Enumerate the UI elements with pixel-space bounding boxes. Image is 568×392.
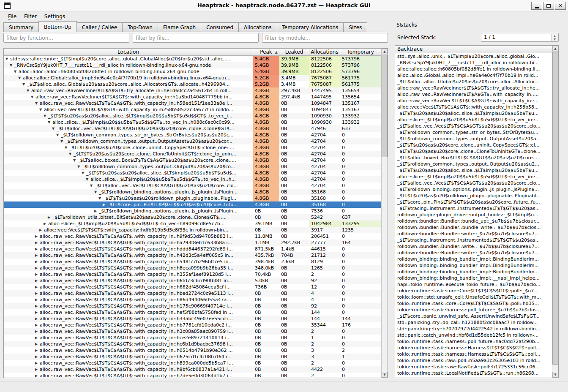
backtrace-frame[interactable]: tokio::runtime::task::harness::poll_futu… [395,338,552,345]
scrollbar-thumb[interactable] [552,52,558,365]
table-row[interactable]: ▼alloc::slice::_$LT$impl$u20$$u5b$T$u5d$… [4,119,381,125]
table-scrollbar[interactable]: ▲ ▼ [381,49,388,378]
expand-arrow-icon[interactable]: ▶ [35,309,40,316]
expand-arrow-icon[interactable]: ▶ [35,278,40,284]
expand-arrow-icon[interactable]: ▶ [35,252,40,259]
backtrace-frame[interactable]: tokio::loom::std::unsafe_cell::UnsafeCel… [395,294,552,300]
expand-arrow-icon[interactable]: ▶ [35,328,40,335]
expand-arrow-icon[interactable]: ▶ [39,227,44,233]
table-row[interactable]: ▼std::sys::alloc::unix::_$LT$impl$u20$co… [4,56,381,62]
table-row[interactable]: ▼alloc::alloc::alloc::h60805bf082d8ffe1 … [4,68,381,75]
backtrace-frame[interactable]: tokio::runtime::task::core::Core$LT$T$C$… [395,300,552,307]
backtrace-frame[interactable]: tokio::runtime::task::core::Core$LT$T$C$… [395,288,552,294]
collapse-arrow-icon[interactable]: ▼ [86,176,90,182]
expand-arrow-icon[interactable]: ▶ [44,220,48,227]
backtrace-frame[interactable]: rolldown_binding::binding_bundler_impl::… [395,262,552,269]
collapse-arrow-icon[interactable]: ▼ [69,151,74,157]
backtrace-frame[interactable]: rolldown_binding::binding_bundler_impl::… [395,256,552,262]
collapse-arrow-icon[interactable]: ▼ [56,132,61,138]
backtrace-frame[interactable]: std::panicking::try::do_call::h121880f2d… [395,319,552,326]
table-row[interactable]: ▼alloc::raw_vec::RawVecInner$LT$A$GT$::t… [4,87,381,94]
collapse-arrow-icon[interactable]: ▼ [73,157,78,163]
collapse-arrow-icon[interactable]: ▼ [14,68,19,75]
table-row[interactable]: ▼alloc::raw_vec::RawVec$LT$T$C$A$GT$::wi… [4,100,381,106]
backtrace-frame[interactable]: _$LT$T$u20$as$u20$rolldown_plugin..plugi… [395,193,552,199]
table-row[interactable]: ▼alloc::raw_vec::RawVecInner$LT$A$GT$::w… [4,94,381,100]
backtrace-frame[interactable]: std::sys::alloc::unix::_$LT$impl$u20$cor… [395,53,552,60]
backtrace-scrollbar[interactable]: ▲ ▼ [552,46,558,378]
minimize-button[interactable] [531,2,542,10]
backtrace-frame[interactable]: _RNvCscSpY9Juk0HT_7___rustc11___rdl_allo… [395,60,552,66]
table-row[interactable]: ▼_$LT$rolldown_binding..options..plugin.… [4,189,381,195]
table-row[interactable]: ▶alloc::raw_vec::RawVec$LT$T$C$A$GT$::wi… [4,373,381,378]
expand-arrow-icon[interactable]: ▶ [48,214,52,220]
table-row[interactable]: ▶alloc::raw_vec::RawVec$LT$T$C$A$GT$::wi… [4,341,381,347]
spin-up-button[interactable]: ▲ [552,34,558,38]
backtrace-frame[interactable]: _$LT$T$u20$as$u20$core..clone..CloneToUn… [395,148,552,155]
backtrace-frame[interactable]: _$LT$tracing..instrument..Instrumented$L… [395,237,552,243]
backtrace-frame[interactable]: alloc::raw_vec::RawVecInner$LT$A$GT$::tr… [395,85,552,91]
table-row[interactable]: ▼_$LT$rolldown_common..types..str_or_byt… [4,132,381,138]
collapse-arrow-icon[interactable]: ▼ [94,189,99,195]
table-row[interactable]: ▶alloc::raw_vec::RawVec$LT$T$C$A$GT$::wi… [4,271,381,278]
backtrace-frame[interactable]: alloc::raw_vec::RawVecInner$LT$A$GT$::wi… [395,91,552,98]
expand-arrow-icon[interactable]: ▶ [35,284,40,290]
backtrace-frame[interactable]: _$LT$rolldown_common..types..output..Out… [395,136,552,142]
table-row[interactable]: ▼_$LT$alloc..vec..Vec$LT$T$C$A$GT$$u20$a… [4,125,381,132]
table-row[interactable]: ▶alloc::vec::Vec$LT$T$GT$::with_capacity… [4,227,381,233]
backtrace-frame[interactable]: _$LT$alloc..vec..Vec$LT$T$C$A$GT$$u20$as… [395,180,552,186]
scroll-up-button[interactable]: ▲ [382,49,388,54]
column-header-peak[interactable]: Peak▲ [253,49,279,55]
table-row[interactable]: ▼_$LT$alloc..alloc..Global$u20$as$u20$co… [4,81,381,87]
expand-arrow-icon[interactable]: ▶ [35,341,40,347]
table-row[interactable]: ▼alloc::slice::_$LT$impl$u20$$u5b$T$u5d$… [4,176,381,182]
backtrace-frame[interactable]: rolldown_binding::binding_bundler_impl::… [395,275,552,281]
table-row[interactable]: ▶alloc::raw_vec::RawVec$LT$T$C$A$GT$::wi… [4,328,381,335]
maximize-button[interactable] [543,2,554,10]
expand-arrow-icon[interactable]: ▶ [35,360,40,366]
table-row[interactable]: ▶alloc::raw_vec::RawVec$LT$T$C$A$GT$::wi… [4,259,381,265]
expand-arrow-icon[interactable]: ▶ [35,354,40,360]
backtrace-frame[interactable]: alloc::raw_vec::RawVec$LT$T$C$A$GT$::wit… [395,98,552,104]
collapse-arrow-icon[interactable]: ▼ [90,182,95,189]
table-row[interactable]: ▶alloc::raw_vec::RawVec$LT$T$C$A$GT$::wi… [4,347,381,354]
scroll-down-button[interactable]: ▼ [552,372,558,378]
collapse-arrow-icon[interactable]: ▼ [44,113,48,119]
tab-top-down[interactable]: Top-Down [122,22,158,32]
table-row[interactable]: ▶_$LT$rolldown_binding..options..plugin.… [4,208,381,214]
expand-arrow-icon[interactable]: ▶ [35,290,40,297]
table-row[interactable]: ▶alloc::raw_vec::RawVec$LT$T$C$A$GT$::wi… [4,278,381,284]
expand-arrow-icon[interactable]: ▶ [35,271,40,278]
collapse-arrow-icon[interactable]: ▼ [35,100,40,106]
filter-by-function-input[interactable] [3,33,129,43]
tab-bottom-up[interactable]: Bottom-Up [38,21,77,32]
backtrace-frame[interactable]: std::panicking::try::h70707972d4422542 i… [395,326,552,332]
table-row[interactable]: ▼alloc::alloc::Global::alloc_impl::he6a4… [4,75,381,81]
backtrace-frame[interactable]: napi::tokio_runtime::execute_tokio_futur… [395,281,552,288]
expand-arrow-icon[interactable]: ▶ [35,246,40,252]
table-row[interactable]: ▶alloc::raw_vec::RawVec$LT$T$C$A$GT$::wi… [4,233,381,240]
column-header-allocations[interactable]: Allocations [309,49,340,55]
table-row[interactable]: ▶_$LT$rolldown_utils..bitset..BitSet$u20… [4,214,381,220]
expand-arrow-icon[interactable]: ▶ [35,316,40,322]
backtrace-frame[interactable]: tokio::runtime::task::harness::Harness$L… [395,345,552,351]
tab-flame-graph[interactable]: Flame Graph [158,22,201,32]
collapse-arrow-icon[interactable]: ▼ [48,119,52,125]
tab-allocations[interactable]: Allocations [238,22,277,32]
collapse-arrow-icon[interactable]: ▼ [98,195,103,201]
backtrace-frame[interactable]: alloc::alloc::Global::alloc_impl::he6a4e… [395,72,552,79]
backtrace-frame[interactable]: alloc::vec::Vec$LT$T$C$A$GT$::with_capac… [395,104,552,110]
scroll-up-button[interactable]: ▲ [552,46,558,52]
tab-summary[interactable]: Summary [3,22,39,32]
collapse-arrow-icon[interactable]: ▼ [39,106,44,113]
menu-item-settings[interactable]: Settings [41,13,69,20]
expand-arrow-icon[interactable]: ▶ [94,208,99,214]
table-row[interactable]: ▶alloc::raw_vec::RawVec$LT$T$C$A$GT$::wi… [4,303,381,309]
expand-arrow-icon[interactable]: ▶ [35,297,40,303]
collapse-arrow-icon[interactable]: ▼ [10,62,14,68]
collapse-arrow-icon[interactable]: ▼ [22,81,27,87]
table-row[interactable]: ▼_$LT$alloc..vec..Vec$LT$T$C$A$GT$$u20$a… [4,182,381,189]
backtrace-frame[interactable]: rolldown::bundler::Bundler::write::_$u7b… [395,231,552,237]
backtrace-frame[interactable]: tokio::runtime::task::harness::poll_futu… [395,307,552,313]
filter-by-module-input[interactable] [262,33,388,43]
